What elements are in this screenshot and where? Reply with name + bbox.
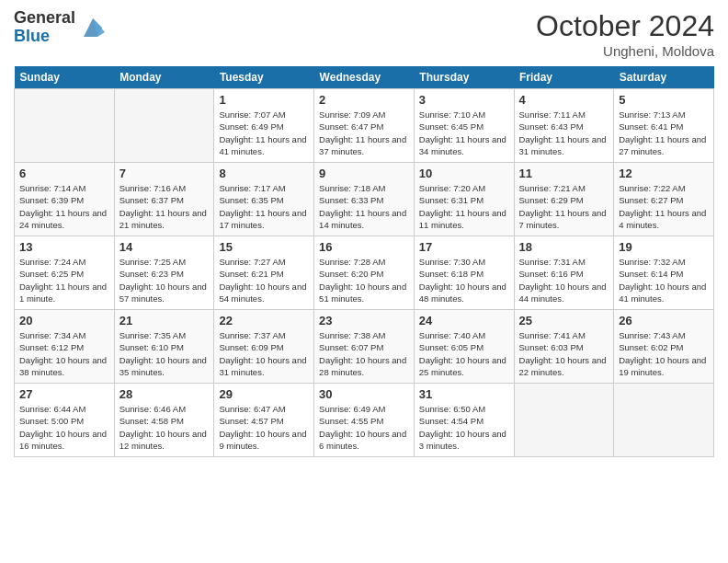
day-number: 1 <box>219 93 309 107</box>
day-detail: Sunrise: 6:44 AM Sunset: 5:00 PM Dayligh… <box>19 403 109 452</box>
day-detail: Sunrise: 7:21 AM Sunset: 6:29 PM Dayligh… <box>519 182 609 231</box>
calendar-week-0: 1Sunrise: 7:07 AM Sunset: 6:49 PM Daylig… <box>15 89 714 163</box>
calendar-cell <box>15 89 115 163</box>
day-number: 5 <box>619 93 709 107</box>
day-number: 24 <box>419 314 509 327</box>
day-number: 12 <box>619 167 709 180</box>
calendar-cell: 7Sunrise: 7:16 AM Sunset: 6:37 PM Daylig… <box>114 163 214 236</box>
day-detail: Sunrise: 7:18 AM Sunset: 6:33 PM Dayligh… <box>319 182 409 231</box>
calendar-table: Sunday Monday Tuesday Wednesday Thursday… <box>14 66 714 457</box>
day-detail: Sunrise: 7:25 AM Sunset: 6:23 PM Dayligh… <box>119 256 210 304</box>
day-detail: Sunrise: 7:31 AM Sunset: 6:16 PM Dayligh… <box>519 256 609 304</box>
calendar-cell: 13Sunrise: 7:24 AM Sunset: 6:25 PM Dayli… <box>15 236 115 310</box>
logo-text: General Blue <box>14 9 75 46</box>
calendar-cell: 22Sunrise: 7:37 AM Sunset: 6:09 PM Dayli… <box>214 310 314 384</box>
day-detail: Sunrise: 6:50 AM Sunset: 4:54 PM Dayligh… <box>419 403 509 452</box>
day-number: 15 <box>219 240 309 254</box>
calendar-cell: 27Sunrise: 6:44 AM Sunset: 5:00 PM Dayli… <box>15 384 115 457</box>
day-number: 6 <box>19 167 109 180</box>
calendar-cell: 6Sunrise: 7:14 AM Sunset: 6:39 PM Daylig… <box>15 163 115 236</box>
calendar-cell: 11Sunrise: 7:21 AM Sunset: 6:29 PM Dayli… <box>514 163 614 236</box>
day-detail: Sunrise: 7:38 AM Sunset: 6:07 PM Dayligh… <box>319 329 409 378</box>
calendar-week-3: 20Sunrise: 7:34 AM Sunset: 6:12 PM Dayli… <box>15 310 714 384</box>
day-number: 9 <box>319 167 409 180</box>
day-detail: Sunrise: 6:46 AM Sunset: 4:58 PM Dayligh… <box>119 403 210 452</box>
day-detail: Sunrise: 7:13 AM Sunset: 6:41 PM Dayligh… <box>619 109 709 157</box>
day-detail: Sunrise: 7:40 AM Sunset: 6:05 PM Dayligh… <box>419 329 509 378</box>
month-title: October 2024 <box>536 9 714 43</box>
day-number: 17 <box>419 240 509 254</box>
day-detail: Sunrise: 7:32 AM Sunset: 6:14 PM Dayligh… <box>619 256 709 304</box>
calendar-cell: 29Sunrise: 6:47 AM Sunset: 4:57 PM Dayli… <box>214 384 314 457</box>
day-detail: Sunrise: 7:34 AM Sunset: 6:12 PM Dayligh… <box>19 329 109 378</box>
calendar-cell: 18Sunrise: 7:31 AM Sunset: 6:16 PM Dayli… <box>514 236 614 310</box>
calendar-cell: 20Sunrise: 7:34 AM Sunset: 6:12 PM Dayli… <box>15 310 115 384</box>
calendar-cell: 2Sunrise: 7:09 AM Sunset: 6:47 PM Daylig… <box>314 89 415 163</box>
day-detail: Sunrise: 7:43 AM Sunset: 6:02 PM Dayligh… <box>619 329 709 378</box>
day-detail: Sunrise: 7:27 AM Sunset: 6:21 PM Dayligh… <box>219 256 309 304</box>
day-number: 30 <box>319 387 409 401</box>
day-detail: Sunrise: 7:09 AM Sunset: 6:47 PM Dayligh… <box>319 109 409 157</box>
day-number: 25 <box>519 314 609 327</box>
calendar-cell: 4Sunrise: 7:11 AM Sunset: 6:43 PM Daylig… <box>514 89 614 163</box>
calendar-cell <box>614 384 714 457</box>
calendar-cell: 3Sunrise: 7:10 AM Sunset: 6:45 PM Daylig… <box>414 89 514 163</box>
location: Ungheni, Moldova <box>536 43 714 59</box>
day-number: 13 <box>19 240 109 254</box>
day-detail: Sunrise: 7:11 AM Sunset: 6:43 PM Dayligh… <box>519 109 609 157</box>
header-sunday: Sunday <box>15 66 115 89</box>
calendar-container: General Blue October 2024 Ungheni, Moldo… <box>0 0 728 466</box>
day-number: 3 <box>419 93 509 107</box>
day-detail: Sunrise: 7:14 AM Sunset: 6:39 PM Dayligh… <box>19 182 109 231</box>
day-number: 20 <box>19 314 109 327</box>
day-number: 23 <box>319 314 409 327</box>
calendar-cell: 31Sunrise: 6:50 AM Sunset: 4:54 PM Dayli… <box>414 384 514 457</box>
calendar-cell: 16Sunrise: 7:28 AM Sunset: 6:20 PM Dayli… <box>314 236 415 310</box>
day-detail: Sunrise: 7:07 AM Sunset: 6:49 PM Dayligh… <box>219 109 309 157</box>
calendar-cell: 17Sunrise: 7:30 AM Sunset: 6:18 PM Dayli… <box>414 236 514 310</box>
day-number: 31 <box>419 387 509 401</box>
calendar-cell: 9Sunrise: 7:18 AM Sunset: 6:33 PM Daylig… <box>314 163 415 236</box>
header-wednesday: Wednesday <box>314 66 415 89</box>
day-number: 8 <box>219 167 309 180</box>
logo-blue: Blue <box>14 28 75 46</box>
calendar-cell: 14Sunrise: 7:25 AM Sunset: 6:23 PM Dayli… <box>114 236 214 310</box>
day-detail: Sunrise: 7:17 AM Sunset: 6:35 PM Dayligh… <box>219 182 309 231</box>
header-monday: Monday <box>114 66 214 89</box>
logo-icon <box>79 14 107 41</box>
calendar-cell <box>114 89 214 163</box>
weekday-header-row: Sunday Monday Tuesday Wednesday Thursday… <box>15 66 714 89</box>
header-tuesday: Tuesday <box>214 66 314 89</box>
logo-general: General <box>14 9 75 28</box>
title-block: October 2024 Ungheni, Moldova <box>536 9 714 59</box>
day-detail: Sunrise: 7:41 AM Sunset: 6:03 PM Dayligh… <box>519 329 609 378</box>
calendar-cell: 23Sunrise: 7:38 AM Sunset: 6:07 PM Dayli… <box>314 310 415 384</box>
calendar-cell: 19Sunrise: 7:32 AM Sunset: 6:14 PM Dayli… <box>614 236 714 310</box>
day-detail: Sunrise: 6:49 AM Sunset: 4:55 PM Dayligh… <box>319 403 409 452</box>
day-number: 26 <box>619 314 709 327</box>
day-detail: Sunrise: 7:35 AM Sunset: 6:10 PM Dayligh… <box>119 329 210 378</box>
calendar-week-2: 13Sunrise: 7:24 AM Sunset: 6:25 PM Dayli… <box>15 236 714 310</box>
calendar-cell: 25Sunrise: 7:41 AM Sunset: 6:03 PM Dayli… <box>514 310 614 384</box>
calendar-week-1: 6Sunrise: 7:14 AM Sunset: 6:39 PM Daylig… <box>15 163 714 236</box>
day-number: 2 <box>319 93 409 107</box>
day-detail: Sunrise: 7:22 AM Sunset: 6:27 PM Dayligh… <box>619 182 709 231</box>
calendar-cell: 21Sunrise: 7:35 AM Sunset: 6:10 PM Dayli… <box>114 310 214 384</box>
calendar-cell: 12Sunrise: 7:22 AM Sunset: 6:27 PM Dayli… <box>614 163 714 236</box>
calendar-cell: 30Sunrise: 6:49 AM Sunset: 4:55 PM Dayli… <box>314 384 415 457</box>
day-number: 28 <box>119 387 210 401</box>
logo: General Blue <box>14 9 107 46</box>
calendar-cell <box>514 384 614 457</box>
header-thursday: Thursday <box>414 66 514 89</box>
day-detail: Sunrise: 7:30 AM Sunset: 6:18 PM Dayligh… <box>419 256 509 304</box>
calendar-cell: 10Sunrise: 7:20 AM Sunset: 6:31 PM Dayli… <box>414 163 514 236</box>
day-detail: Sunrise: 7:24 AM Sunset: 6:25 PM Dayligh… <box>19 256 109 304</box>
calendar-cell: 26Sunrise: 7:43 AM Sunset: 6:02 PM Dayli… <box>614 310 714 384</box>
header-saturday: Saturday <box>614 66 714 89</box>
day-number: 10 <box>419 167 509 180</box>
day-detail: Sunrise: 7:37 AM Sunset: 6:09 PM Dayligh… <box>219 329 309 378</box>
day-number: 19 <box>619 240 709 254</box>
calendar-cell: 15Sunrise: 7:27 AM Sunset: 6:21 PM Dayli… <box>214 236 314 310</box>
day-number: 16 <box>319 240 409 254</box>
day-detail: Sunrise: 7:10 AM Sunset: 6:45 PM Dayligh… <box>419 109 509 157</box>
